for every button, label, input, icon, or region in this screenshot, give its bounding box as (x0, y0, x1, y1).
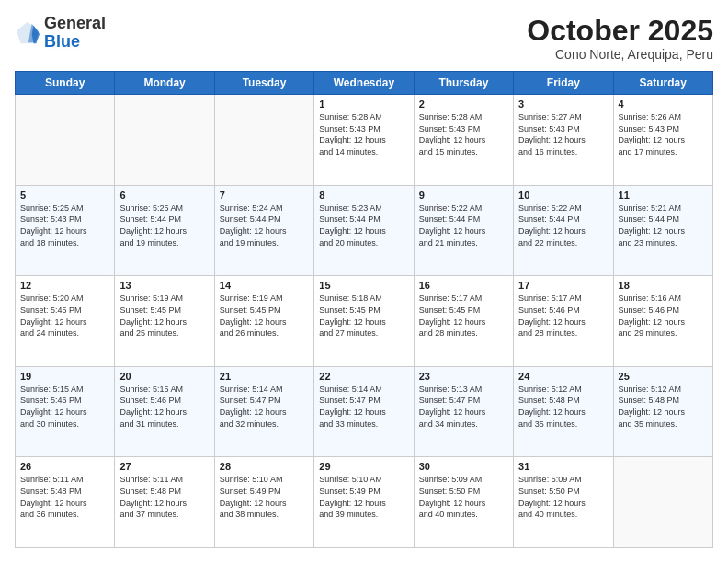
day-info: Sunrise: 5:12 AM Sunset: 5:48 PM Dayligh… (619, 384, 708, 430)
day-cell: 9Sunrise: 5:22 AM Sunset: 5:44 PM Daylig… (414, 185, 513, 276)
week-row: 26Sunrise: 5:11 AM Sunset: 5:48 PM Dayli… (16, 457, 713, 548)
day-number: 17 (518, 280, 608, 291)
day-cell: 19Sunrise: 5:15 AM Sunset: 5:46 PM Dayli… (16, 366, 115, 457)
day-cell: 6Sunrise: 5:25 AM Sunset: 5:44 PM Daylig… (115, 185, 214, 276)
header-sunday: Sunday (16, 72, 115, 95)
header-tuesday: Tuesday (214, 72, 313, 95)
day-info: Sunrise: 5:28 AM Sunset: 5:43 PM Dayligh… (319, 111, 408, 157)
header-thursday: Thursday (414, 72, 513, 95)
day-number: 7 (220, 190, 309, 201)
day-number: 12 (20, 280, 109, 291)
location: Cono Norte, Arequipa, Peru (527, 47, 713, 62)
day-number: 5 (20, 190, 109, 201)
day-number: 25 (619, 371, 708, 382)
day-cell: 17Sunrise: 5:17 AM Sunset: 5:46 PM Dayli… (514, 276, 613, 367)
day-info: Sunrise: 5:14 AM Sunset: 5:47 PM Dayligh… (220, 384, 309, 430)
day-info: Sunrise: 5:23 AM Sunset: 5:44 PM Dayligh… (319, 202, 408, 248)
week-row: 19Sunrise: 5:15 AM Sunset: 5:46 PM Dayli… (16, 366, 713, 457)
day-number: 30 (419, 461, 508, 472)
day-number: 22 (319, 371, 408, 382)
logo-general: General (44, 15, 106, 33)
day-cell: 24Sunrise: 5:12 AM Sunset: 5:48 PM Dayli… (514, 366, 613, 457)
day-cell: 13Sunrise: 5:19 AM Sunset: 5:45 PM Dayli… (115, 276, 214, 367)
day-number: 8 (319, 190, 408, 201)
day-info: Sunrise: 5:17 AM Sunset: 5:46 PM Dayligh… (518, 293, 608, 339)
day-info: Sunrise: 5:09 AM Sunset: 5:50 PM Dayligh… (419, 474, 508, 520)
day-info: Sunrise: 5:25 AM Sunset: 5:43 PM Dayligh… (20, 202, 109, 248)
day-number: 6 (119, 190, 209, 201)
day-number: 31 (518, 461, 608, 472)
day-info: Sunrise: 5:09 AM Sunset: 5:50 PM Dayligh… (518, 474, 608, 520)
day-info: Sunrise: 5:25 AM Sunset: 5:44 PM Dayligh… (119, 202, 209, 248)
day-info: Sunrise: 5:14 AM Sunset: 5:47 PM Dayligh… (319, 384, 408, 430)
day-info: Sunrise: 5:11 AM Sunset: 5:48 PM Dayligh… (119, 474, 209, 520)
header-friday: Friday (514, 72, 613, 95)
day-number: 3 (518, 98, 608, 109)
day-cell: 18Sunrise: 5:16 AM Sunset: 5:46 PM Dayli… (613, 276, 712, 367)
day-info: Sunrise: 5:21 AM Sunset: 5:44 PM Dayligh… (619, 202, 708, 248)
day-cell: 12Sunrise: 5:20 AM Sunset: 5:45 PM Dayli… (16, 276, 115, 367)
day-cell: 10Sunrise: 5:22 AM Sunset: 5:44 PM Dayli… (514, 185, 613, 276)
day-cell: 29Sunrise: 5:10 AM Sunset: 5:49 PM Dayli… (314, 457, 414, 548)
day-number: 10 (518, 190, 608, 201)
week-row: 12Sunrise: 5:20 AM Sunset: 5:45 PM Dayli… (16, 276, 713, 367)
header-monday: Monday (115, 72, 214, 95)
day-cell: 30Sunrise: 5:09 AM Sunset: 5:50 PM Dayli… (414, 457, 513, 548)
day-number: 9 (419, 190, 508, 201)
day-cell: 1Sunrise: 5:28 AM Sunset: 5:43 PM Daylig… (314, 95, 414, 186)
day-info: Sunrise: 5:12 AM Sunset: 5:48 PM Dayligh… (518, 384, 608, 430)
day-cell: 11Sunrise: 5:21 AM Sunset: 5:44 PM Dayli… (613, 185, 712, 276)
logo: General Blue (15, 15, 106, 52)
day-number: 11 (619, 190, 708, 201)
day-info: Sunrise: 5:24 AM Sunset: 5:44 PM Dayligh… (220, 202, 309, 248)
logo-icon (15, 20, 40, 46)
day-info: Sunrise: 5:28 AM Sunset: 5:43 PM Dayligh… (419, 111, 508, 157)
day-number: 2 (419, 98, 508, 109)
day-cell: 8Sunrise: 5:23 AM Sunset: 5:44 PM Daylig… (314, 185, 414, 276)
day-info: Sunrise: 5:17 AM Sunset: 5:45 PM Dayligh… (419, 293, 508, 339)
day-cell: 15Sunrise: 5:18 AM Sunset: 5:45 PM Dayli… (314, 276, 414, 367)
day-cell: 23Sunrise: 5:13 AM Sunset: 5:47 PM Dayli… (414, 366, 513, 457)
day-cell: 2Sunrise: 5:28 AM Sunset: 5:43 PM Daylig… (414, 95, 513, 186)
day-cell: 3Sunrise: 5:27 AM Sunset: 5:43 PM Daylig… (514, 95, 613, 186)
day-number: 1 (319, 98, 408, 109)
logo-blue: Blue (44, 33, 106, 52)
day-number: 27 (119, 461, 209, 472)
day-number: 18 (619, 280, 708, 291)
day-info: Sunrise: 5:16 AM Sunset: 5:46 PM Dayligh… (619, 293, 708, 339)
day-cell: 20Sunrise: 5:15 AM Sunset: 5:46 PM Dayli… (115, 366, 214, 457)
day-cell: 25Sunrise: 5:12 AM Sunset: 5:48 PM Dayli… (613, 366, 712, 457)
title-block: October 2025 Cono Norte, Arequipa, Peru (527, 15, 713, 62)
page: General Blue October 2025 Cono Norte, Ar… (0, 0, 728, 563)
day-number: 28 (220, 461, 309, 472)
day-cell: 26Sunrise: 5:11 AM Sunset: 5:48 PM Dayli… (16, 457, 115, 548)
day-number: 23 (419, 371, 508, 382)
day-cell: 31Sunrise: 5:09 AM Sunset: 5:50 PM Dayli… (514, 457, 613, 548)
day-cell: 14Sunrise: 5:19 AM Sunset: 5:45 PM Dayli… (214, 276, 313, 367)
day-info: Sunrise: 5:22 AM Sunset: 5:44 PM Dayligh… (419, 202, 508, 248)
header-saturday: Saturday (613, 72, 712, 95)
calendar: Sunday Monday Tuesday Wednesday Thursday… (15, 71, 713, 548)
day-info: Sunrise: 5:13 AM Sunset: 5:47 PM Dayligh… (419, 384, 508, 430)
day-number: 13 (119, 280, 209, 291)
day-info: Sunrise: 5:19 AM Sunset: 5:45 PM Dayligh… (119, 293, 209, 339)
day-cell (115, 95, 214, 186)
day-cell (214, 95, 313, 186)
day-cell: 28Sunrise: 5:10 AM Sunset: 5:49 PM Dayli… (214, 457, 313, 548)
header-wednesday: Wednesday (314, 72, 414, 95)
day-info: Sunrise: 5:19 AM Sunset: 5:45 PM Dayligh… (220, 293, 309, 339)
day-cell: 5Sunrise: 5:25 AM Sunset: 5:43 PM Daylig… (16, 185, 115, 276)
day-info: Sunrise: 5:26 AM Sunset: 5:43 PM Dayligh… (619, 111, 708, 157)
logo-text: General Blue (44, 15, 106, 52)
day-info: Sunrise: 5:10 AM Sunset: 5:49 PM Dayligh… (319, 474, 408, 520)
week-row: 1Sunrise: 5:28 AM Sunset: 5:43 PM Daylig… (16, 95, 713, 186)
day-info: Sunrise: 5:15 AM Sunset: 5:46 PM Dayligh… (119, 384, 209, 430)
day-cell (16, 95, 115, 186)
day-number: 14 (220, 280, 309, 291)
day-number: 16 (419, 280, 508, 291)
day-cell: 22Sunrise: 5:14 AM Sunset: 5:47 PM Dayli… (314, 366, 414, 457)
day-cell (613, 457, 712, 548)
day-header-row: Sunday Monday Tuesday Wednesday Thursday… (16, 72, 713, 95)
week-row: 5Sunrise: 5:25 AM Sunset: 5:43 PM Daylig… (16, 185, 713, 276)
day-info: Sunrise: 5:15 AM Sunset: 5:46 PM Dayligh… (20, 384, 109, 430)
